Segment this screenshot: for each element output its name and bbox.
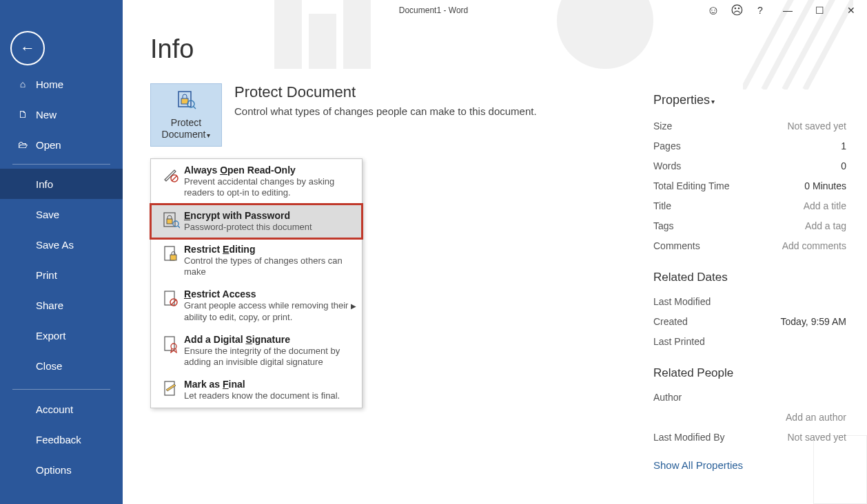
people-value[interactable]: Add an author (786, 412, 846, 423)
show-all-properties-link[interactable]: Show All Properties (653, 459, 846, 471)
section-title-protect: Protect Document (234, 83, 537, 101)
sidebar-item-label: Save (36, 209, 59, 220)
svg-rect-19 (170, 255, 176, 260)
svg-line-22 (171, 300, 176, 305)
dropdown-item-signature[interactable]: Add a Digital SignatureEnsure the integr… (151, 328, 362, 374)
sidebar-item-label: Home (36, 78, 63, 90)
svg-point-16 (173, 221, 178, 227)
svg-rect-15 (167, 219, 172, 224)
property-label: Pages (653, 140, 681, 151)
property-value: 1 (841, 140, 846, 151)
sidebar-item-label: Open (36, 139, 61, 151)
maximize-button[interactable]: ☐ (804, 0, 835, 21)
dropdown-item-restrict-access[interactable]: Restrict AccessGrant people access while… (151, 283, 362, 328)
sidebar-item-info[interactable]: Info (0, 169, 123, 199)
date-row: CreatedToday, 9:59 AM (653, 311, 846, 331)
property-row: SizeNot saved yet (653, 116, 846, 136)
property-value[interactable]: Add a title (804, 200, 846, 211)
property-row: Words0 (653, 156, 846, 176)
sidebar-item-save[interactable]: Save (0, 199, 123, 229)
page-title: Info (150, 34, 839, 64)
dropdown-item-desc: Grant people access while removing their… (184, 300, 355, 323)
property-row: TagsAdd a tag (653, 216, 846, 235)
sidebar-item-home[interactable]: ⌂ Home (0, 69, 123, 99)
properties-header[interactable]: Properties▾ (653, 93, 846, 107)
document-title: Document1 - Word (399, 6, 468, 15)
doc-ribbon-icon (158, 334, 184, 368)
sidebar-item-label: Account (36, 403, 73, 415)
sidebar-item-open[interactable]: 🗁 Open (0, 129, 123, 160)
property-row: CommentsAdd comments (653, 235, 846, 255)
people-label: Last Modified By (653, 432, 725, 443)
back-button[interactable]: ← (10, 31, 45, 65)
sidebar-item-options[interactable]: Options (0, 454, 123, 485)
date-row: Last Modified (653, 291, 846, 311)
protect-document-dropdown: Always Open Read-OnlyPrevent accidental … (150, 158, 363, 408)
document-icon: 🗋 (15, 109, 30, 120)
sidebar-item-label: Share (36, 300, 63, 311)
property-label: Total Editing Time (653, 180, 730, 191)
dropdown-item-title: Add a Digital Signature (184, 334, 355, 345)
doc-final-icon (158, 379, 184, 401)
sidebar-divider (12, 164, 110, 165)
dropdown-item-desc: Prevent accidental changes by asking rea… (184, 176, 355, 199)
help-button[interactable]: ? (748, 0, 772, 21)
sidebar-item-account[interactable]: Account (0, 394, 123, 424)
feedback-happy-icon[interactable]: ☺ (702, 0, 725, 21)
dropdown-item-encrypt-with-password[interactable]: Encrypt with PasswordPassword-protect th… (151, 204, 362, 238)
sidebar-item-close[interactable]: Close (0, 350, 123, 381)
close-button[interactable]: ✕ (835, 0, 867, 21)
sidebar-item-print[interactable]: Print (0, 260, 123, 290)
dropdown-item-desc: Password-protect this document (184, 222, 355, 233)
section-desc-protect: Control what types of changes people can… (234, 105, 537, 117)
sidebar-item-new[interactable]: 🗋 New (0, 99, 123, 129)
sidebar-item-label: Save As (36, 239, 74, 251)
sidebar-item-label: New (36, 109, 57, 120)
dropdown-item-title: Restrict Editing (184, 244, 355, 255)
related-dates-header: Related Dates (653, 271, 846, 284)
property-label: Size (653, 120, 672, 132)
svg-line-11 (193, 106, 196, 109)
pencil-no-icon (158, 165, 184, 199)
dropdown-item-desc: Let readers know the document is final. (184, 390, 355, 401)
dropdown-item-title: Always Open Read-Only (184, 165, 355, 176)
people-value[interactable]: Not saved yet (787, 432, 846, 443)
titlebar: Document1 - Word ☺ ☹ ? — ☐ ✕ (0, 0, 867, 21)
feedback-sad-icon[interactable]: ☹ (725, 0, 748, 21)
people-row: Author (653, 387, 846, 407)
sidebar-item-label: Print (36, 269, 57, 281)
arrow-left-icon: ← (20, 39, 35, 57)
property-row: Total Editing Time0 Minutes (653, 176, 846, 196)
date-label: Last Modified (653, 296, 711, 307)
protect-document-button[interactable]: Protect Document▾ (150, 83, 222, 147)
dropdown-item-editing[interactable]: Restrict EditingControl the types of cha… (151, 238, 362, 284)
sidebar-item-label: Info (36, 178, 53, 190)
sidebar-nav-top: ⌂ Home 🗋 New 🗁 Open (0, 69, 123, 160)
svg-point-24 (171, 344, 176, 349)
sidebar-item-feedback[interactable]: Feedback (0, 424, 123, 454)
backstage-sidebar: ← ⌂ Home 🗋 New 🗁 Open InfoSaveSave AsPri… (0, 0, 123, 504)
sidebar-item-label: Feedback (36, 434, 81, 445)
date-label: Created (653, 316, 688, 327)
home-icon: ⌂ (15, 78, 30, 90)
sidebar-item-export[interactable]: Export (0, 320, 123, 350)
sidebar-nav-bottom: AccountFeedbackOptions (0, 394, 123, 485)
dropdown-item-title: Restrict Access (184, 288, 355, 300)
sidebar-item-share[interactable]: Share (0, 290, 123, 320)
minimize-button[interactable]: — (772, 0, 804, 21)
doc-lock-icon (158, 244, 184, 278)
dropdown-item-title: Encrypt with Password (184, 210, 355, 221)
related-people-header: Related People (653, 366, 846, 380)
dropdown-item-open-read-only[interactable]: Always Open Read-OnlyPrevent accidental … (151, 159, 362, 204)
property-value: 0 (841, 160, 846, 171)
chevron-down-icon: ▾ (207, 132, 210, 139)
property-label: Words (653, 160, 681, 171)
lock-shield-icon (176, 90, 196, 114)
property-value[interactable]: Not saved yet (787, 120, 846, 132)
property-value[interactable]: Add a tag (805, 220, 846, 231)
sidebar-item-save-as[interactable]: Save As (0, 229, 123, 260)
sidebar-item-label: Options (36, 464, 72, 476)
property-value[interactable]: Add comments (782, 240, 846, 251)
dropdown-item-final[interactable]: Mark as FinalLet readers know the docume… (151, 373, 362, 407)
date-label: Last Printed (653, 336, 705, 347)
